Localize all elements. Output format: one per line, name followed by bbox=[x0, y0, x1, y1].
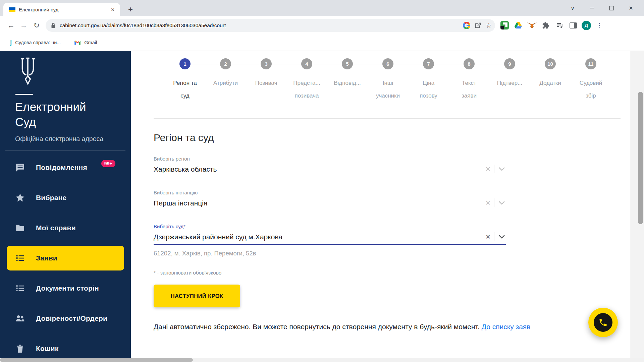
sidebar-menu: Повідомлення 99+ Вибране Мої справи bbox=[0, 153, 131, 362]
folder-icon bbox=[15, 223, 25, 233]
court-select-field: Виберіть суд* Дзержинський районний суд … bbox=[154, 224, 506, 257]
next-step-button[interactable]: НАСТУПНИЙ КРОК bbox=[154, 285, 240, 307]
close-window-button[interactable]: ✕ bbox=[621, 0, 641, 16]
bookmarks-bar: j Судова справа: чи... Gmail bbox=[0, 35, 644, 51]
sidebar-item-messages[interactable]: Повідомлення 99+ bbox=[0, 153, 131, 183]
field-label: Виберіть суд* bbox=[154, 224, 506, 229]
url-text[interactable]: cabinet.court.gov.ua/claims/f0c183d100cb… bbox=[60, 22, 459, 28]
sidebar-divider bbox=[5, 150, 125, 150]
messages-badge: 99+ bbox=[101, 160, 115, 167]
browser-tab[interactable]: Електронний суд ✕ bbox=[3, 3, 120, 16]
app-title: Електронний Суд bbox=[15, 100, 131, 130]
trash-icon bbox=[15, 344, 25, 354]
bookmark-item[interactable]: Gmail bbox=[74, 40, 97, 45]
court-select[interactable]: Дзержинський районний суд м.Харкова ✕ bbox=[154, 232, 506, 245]
region-select[interactable]: Харківська область ✕ bbox=[154, 165, 506, 177]
region-select-field: Виберіть регіон Харківська область ✕ bbox=[154, 156, 506, 177]
address-bar[interactable]: cabinet.court.gov.ua/claims/f0c183d100cb… bbox=[46, 19, 495, 32]
share-icon[interactable] bbox=[474, 22, 482, 29]
vertical-scrollbar-thumb[interactable] bbox=[638, 92, 643, 224]
field-label: Виберіть регіон bbox=[154, 156, 506, 162]
list-icon bbox=[15, 283, 25, 293]
wizard-stepper: 1 Регіон тасуд 2 Атрибути 3 Позивач 4 Пр… bbox=[165, 58, 644, 102]
main-content: 1 Регіон тасуд 2 Атрибути 3 Позивач 4 Пр… bbox=[131, 51, 644, 362]
ukraine-flag-favicon bbox=[9, 7, 15, 12]
step-8[interactable]: 8 Текстзаяви bbox=[449, 58, 489, 102]
tab-title: Електронний суд bbox=[19, 7, 106, 12]
forward-button[interactable]: → bbox=[17, 19, 30, 32]
sidebar-item-party-documents[interactable]: Документи сторін bbox=[0, 273, 131, 303]
sidebar-item-favorites[interactable]: Вибране bbox=[0, 183, 131, 213]
vertical-scrollbar[interactable] bbox=[630, 51, 644, 358]
metamask-fox-icon[interactable] bbox=[527, 20, 537, 31]
people-icon bbox=[15, 313, 25, 323]
maximize-button[interactable] bbox=[602, 0, 621, 16]
step-7[interactable]: 7 Цінапозову bbox=[408, 58, 449, 102]
bookmark-star-icon[interactable]: ☆ bbox=[486, 21, 492, 29]
sidebar: Електронний Суд Офіційна електронна адре… bbox=[0, 51, 131, 362]
extensions-puzzle-icon[interactable] bbox=[540, 20, 551, 31]
step-10[interactable]: 10 Додатки bbox=[530, 58, 571, 102]
extensions-area: Д ⋮ bbox=[498, 20, 606, 31]
gmail-icon bbox=[74, 40, 81, 45]
page-title: Регіон та суд bbox=[154, 132, 644, 143]
stepper-divider bbox=[154, 118, 621, 119]
browser-toolbar: ← → ↻ cabinet.court.gov.ua/claims/f0c183… bbox=[0, 16, 644, 35]
autosave-notice: Дані автоматично збережено. Ви можете по… bbox=[154, 323, 644, 331]
green-extension-icon[interactable] bbox=[499, 20, 510, 31]
phone-fab-button[interactable] bbox=[588, 308, 618, 337]
chevron-down-icon[interactable] bbox=[498, 234, 506, 239]
tab-close-icon[interactable]: ✕ bbox=[109, 6, 116, 13]
step-1[interactable]: 1 Регіон тасуд bbox=[165, 58, 205, 102]
reload-button[interactable]: ↻ bbox=[30, 19, 43, 32]
phone-icon bbox=[594, 313, 612, 332]
field-label: Виберіть інстанцію bbox=[154, 190, 506, 195]
bookmark-item[interactable]: j Судова справа: чи... bbox=[10, 39, 61, 46]
sidebar-item-claims[interactable]: Заяви bbox=[7, 246, 124, 270]
clear-icon[interactable]: ✕ bbox=[485, 199, 491, 207]
trident-logo bbox=[15, 56, 41, 86]
window-controls: ∨ ✕ bbox=[563, 0, 641, 16]
back-button[interactable]: ← bbox=[5, 19, 17, 32]
list-icon bbox=[15, 253, 25, 263]
chevron-down-icon[interactable] bbox=[498, 200, 506, 205]
instance-select[interactable]: Перша інстанція ✕ bbox=[154, 198, 506, 211]
j-icon: j bbox=[10, 39, 12, 46]
horizontal-scrollbar[interactable] bbox=[0, 358, 644, 362]
court-address-hint: 61202, м. Харків, пр. Перемоги, 52в bbox=[154, 250, 506, 257]
sidebar-item-my-cases[interactable]: Мої справи bbox=[0, 213, 131, 243]
step-6[interactable]: 6 Іншіучасники bbox=[368, 58, 408, 102]
required-note: * - заповнювати обов'язково bbox=[154, 270, 644, 276]
lock-icon bbox=[51, 22, 56, 28]
step-3[interactable]: 3 Позивач bbox=[246, 58, 286, 102]
minimize-button[interactable] bbox=[582, 0, 602, 16]
step-9[interactable]: 9 Підтвер... bbox=[489, 58, 530, 102]
clear-icon[interactable]: ✕ bbox=[485, 233, 491, 241]
clear-icon[interactable]: ✕ bbox=[485, 165, 491, 173]
horizontal-scrollbar-thumb[interactable] bbox=[0, 358, 193, 362]
new-tab-button[interactable]: + bbox=[128, 5, 133, 14]
step-4[interactable]: 4 Предста...позивача bbox=[286, 58, 327, 102]
google-g-icon[interactable] bbox=[463, 22, 470, 29]
sidebar-item-powers-of-attorney[interactable]: Довіреності/Ордери bbox=[0, 303, 131, 334]
browser-menu-icon[interactable]: ⋮ bbox=[594, 20, 605, 31]
claims-list-link[interactable]: До списку заяв bbox=[482, 323, 531, 330]
side-panel-icon[interactable] bbox=[568, 20, 579, 31]
tab-search-icon[interactable]: ∨ bbox=[563, 0, 582, 16]
tab-bar: Електронний суд ✕ + ∨ ✕ bbox=[0, 0, 644, 16]
message-icon bbox=[15, 163, 25, 173]
profile-avatar[interactable]: Д bbox=[582, 21, 591, 30]
step-5[interactable]: 5 Відповід... bbox=[327, 58, 368, 102]
step-11[interactable]: 11 Судовийзбір bbox=[571, 58, 611, 102]
star-icon bbox=[15, 193, 25, 203]
app-subtitle: Офіційна електронна адреса bbox=[15, 135, 131, 143]
step-2[interactable]: 2 Атрибути bbox=[205, 58, 246, 102]
instance-select-field: Виберіть інстанцію Перша інстанція ✕ bbox=[154, 190, 506, 211]
logo-divider bbox=[15, 94, 33, 95]
playlist-music-icon[interactable] bbox=[554, 20, 565, 31]
google-drive-icon[interactable] bbox=[513, 20, 524, 31]
chevron-down-icon[interactable] bbox=[498, 167, 506, 171]
